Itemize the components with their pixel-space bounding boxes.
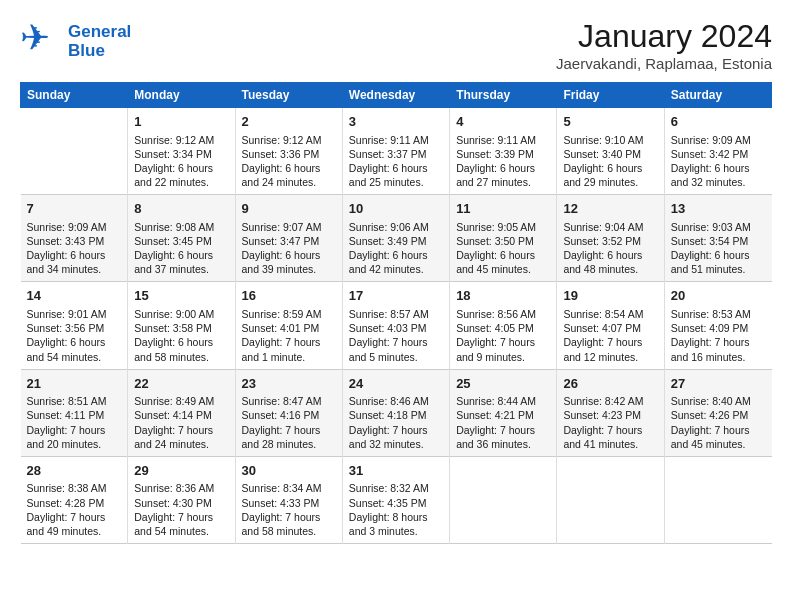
page: ✈ General Blue January 2024 Jaervakandi,… bbox=[0, 0, 792, 554]
sunrise: Sunrise: 9:04 AM bbox=[563, 221, 643, 233]
col-header-thursday: Thursday bbox=[450, 83, 557, 108]
day-cell: 10Sunrise: 9:06 AMSunset: 3:49 PMDayligh… bbox=[342, 195, 449, 282]
daylight: Daylight: 6 hours and 54 minutes. bbox=[27, 336, 106, 362]
day-number: 13 bbox=[671, 200, 766, 218]
logo-text: General Blue bbox=[68, 23, 131, 60]
day-cell: 1Sunrise: 9:12 AMSunset: 3:34 PMDaylight… bbox=[128, 108, 235, 195]
sunset: Sunset: 3:42 PM bbox=[671, 148, 749, 160]
header-row: SundayMondayTuesdayWednesdayThursdayFrid… bbox=[21, 83, 772, 108]
day-cell: 8Sunrise: 9:08 AMSunset: 3:45 PMDaylight… bbox=[128, 195, 235, 282]
day-number: 12 bbox=[563, 200, 657, 218]
day-number: 8 bbox=[134, 200, 228, 218]
sunset: Sunset: 3:40 PM bbox=[563, 148, 641, 160]
day-number: 31 bbox=[349, 462, 443, 480]
daylight: Daylight: 6 hours and 45 minutes. bbox=[456, 249, 535, 275]
week-row-3: 14Sunrise: 9:01 AMSunset: 3:56 PMDayligh… bbox=[21, 282, 772, 369]
sunrise: Sunrise: 8:34 AM bbox=[242, 482, 322, 494]
sunset: Sunset: 4:21 PM bbox=[456, 409, 534, 421]
sunrise: Sunrise: 8:56 AM bbox=[456, 308, 536, 320]
day-number: 9 bbox=[242, 200, 336, 218]
col-header-monday: Monday bbox=[128, 83, 235, 108]
day-number: 1 bbox=[134, 113, 228, 131]
sunset: Sunset: 4:03 PM bbox=[349, 322, 427, 334]
calendar-title: January 2024 bbox=[556, 18, 772, 55]
sunset: Sunset: 3:52 PM bbox=[563, 235, 641, 247]
sunset: Sunset: 4:26 PM bbox=[671, 409, 749, 421]
sunset: Sunset: 4:05 PM bbox=[456, 322, 534, 334]
sunset: Sunset: 3:58 PM bbox=[134, 322, 212, 334]
daylight: Daylight: 7 hours and 12 minutes. bbox=[563, 336, 642, 362]
day-cell: 2Sunrise: 9:12 AMSunset: 3:36 PMDaylight… bbox=[235, 108, 342, 195]
col-header-sunday: Sunday bbox=[21, 83, 128, 108]
sunrise: Sunrise: 9:05 AM bbox=[456, 221, 536, 233]
sunrise: Sunrise: 9:10 AM bbox=[563, 134, 643, 146]
day-cell: 11Sunrise: 9:05 AMSunset: 3:50 PMDayligh… bbox=[450, 195, 557, 282]
header: ✈ General Blue January 2024 Jaervakandi,… bbox=[20, 18, 772, 72]
day-number: 26 bbox=[563, 375, 657, 393]
sunset: Sunset: 4:01 PM bbox=[242, 322, 320, 334]
daylight: Daylight: 6 hours and 29 minutes. bbox=[563, 162, 642, 188]
day-number: 25 bbox=[456, 375, 550, 393]
sunrise: Sunrise: 9:09 AM bbox=[671, 134, 751, 146]
week-row-5: 28Sunrise: 8:38 AMSunset: 4:28 PMDayligh… bbox=[21, 456, 772, 543]
sunset: Sunset: 4:18 PM bbox=[349, 409, 427, 421]
day-number: 29 bbox=[134, 462, 228, 480]
logo-icon: ✈ bbox=[20, 18, 64, 66]
day-cell: 15Sunrise: 9:00 AMSunset: 3:58 PMDayligh… bbox=[128, 282, 235, 369]
col-header-friday: Friday bbox=[557, 83, 664, 108]
sunrise: Sunrise: 8:32 AM bbox=[349, 482, 429, 494]
day-number: 14 bbox=[27, 287, 122, 305]
sunrise: Sunrise: 8:44 AM bbox=[456, 395, 536, 407]
sunset: Sunset: 4:16 PM bbox=[242, 409, 320, 421]
day-number: 22 bbox=[134, 375, 228, 393]
day-cell: 7Sunrise: 9:09 AMSunset: 3:43 PMDaylight… bbox=[21, 195, 128, 282]
sunrise: Sunrise: 8:59 AM bbox=[242, 308, 322, 320]
day-number: 10 bbox=[349, 200, 443, 218]
sunrise: Sunrise: 9:09 AM bbox=[27, 221, 107, 233]
day-cell: 16Sunrise: 8:59 AMSunset: 4:01 PMDayligh… bbox=[235, 282, 342, 369]
sunrise: Sunrise: 8:53 AM bbox=[671, 308, 751, 320]
day-number: 18 bbox=[456, 287, 550, 305]
day-cell: 29Sunrise: 8:36 AMSunset: 4:30 PMDayligh… bbox=[128, 456, 235, 543]
day-cell: 30Sunrise: 8:34 AMSunset: 4:33 PMDayligh… bbox=[235, 456, 342, 543]
day-number: 3 bbox=[349, 113, 443, 131]
sunrise: Sunrise: 8:51 AM bbox=[27, 395, 107, 407]
calendar-table: SundayMondayTuesdayWednesdayThursdayFrid… bbox=[20, 82, 772, 544]
day-number: 21 bbox=[27, 375, 122, 393]
logo: ✈ General Blue bbox=[20, 18, 131, 66]
day-cell: 17Sunrise: 8:57 AMSunset: 4:03 PMDayligh… bbox=[342, 282, 449, 369]
day-cell: 12Sunrise: 9:04 AMSunset: 3:52 PMDayligh… bbox=[557, 195, 664, 282]
day-cell: 5Sunrise: 9:10 AMSunset: 3:40 PMDaylight… bbox=[557, 108, 664, 195]
day-cell: 14Sunrise: 9:01 AMSunset: 3:56 PMDayligh… bbox=[21, 282, 128, 369]
sunrise: Sunrise: 8:42 AM bbox=[563, 395, 643, 407]
daylight: Daylight: 6 hours and 48 minutes. bbox=[563, 249, 642, 275]
day-number: 5 bbox=[563, 113, 657, 131]
daylight: Daylight: 7 hours and 1 minute. bbox=[242, 336, 321, 362]
day-cell: 31Sunrise: 8:32 AMSunset: 4:35 PMDayligh… bbox=[342, 456, 449, 543]
sunset: Sunset: 4:30 PM bbox=[134, 497, 212, 509]
day-number: 15 bbox=[134, 287, 228, 305]
week-row-4: 21Sunrise: 8:51 AMSunset: 4:11 PMDayligh… bbox=[21, 369, 772, 456]
daylight: Daylight: 7 hours and 49 minutes. bbox=[27, 511, 106, 537]
logo-general: General bbox=[68, 22, 131, 41]
day-cell: 19Sunrise: 8:54 AMSunset: 4:07 PMDayligh… bbox=[557, 282, 664, 369]
day-number: 7 bbox=[27, 200, 122, 218]
sunset: Sunset: 4:07 PM bbox=[563, 322, 641, 334]
sunset: Sunset: 3:45 PM bbox=[134, 235, 212, 247]
sunrise: Sunrise: 8:54 AM bbox=[563, 308, 643, 320]
day-cell: 27Sunrise: 8:40 AMSunset: 4:26 PMDayligh… bbox=[664, 369, 771, 456]
logo-blue: Blue bbox=[68, 42, 131, 61]
daylight: Daylight: 7 hours and 45 minutes. bbox=[671, 424, 750, 450]
sunset: Sunset: 4:33 PM bbox=[242, 497, 320, 509]
sunset: Sunset: 4:09 PM bbox=[671, 322, 749, 334]
daylight: Daylight: 7 hours and 28 minutes. bbox=[242, 424, 321, 450]
sunset: Sunset: 3:34 PM bbox=[134, 148, 212, 160]
sunrise: Sunrise: 9:06 AM bbox=[349, 221, 429, 233]
sunset: Sunset: 3:56 PM bbox=[27, 322, 105, 334]
day-number: 11 bbox=[456, 200, 550, 218]
day-cell: 21Sunrise: 8:51 AMSunset: 4:11 PMDayligh… bbox=[21, 369, 128, 456]
day-number: 24 bbox=[349, 375, 443, 393]
day-cell bbox=[450, 456, 557, 543]
day-cell: 23Sunrise: 8:47 AMSunset: 4:16 PMDayligh… bbox=[235, 369, 342, 456]
col-header-saturday: Saturday bbox=[664, 83, 771, 108]
